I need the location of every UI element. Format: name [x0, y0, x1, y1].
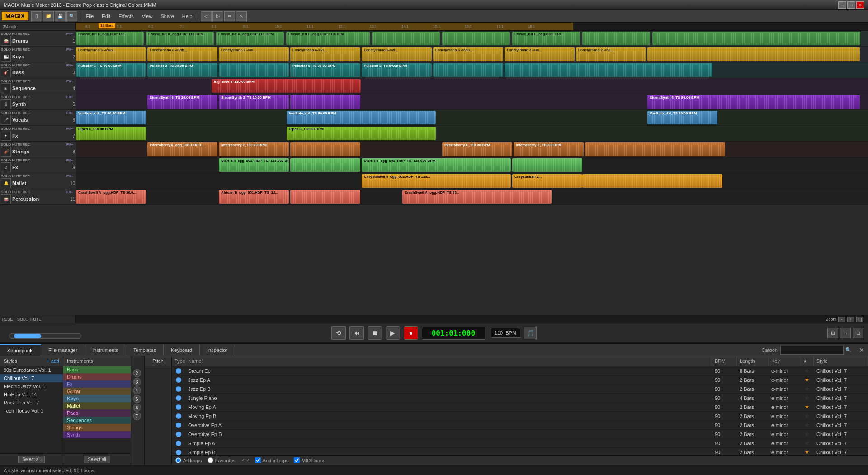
check-midi-loops[interactable]	[294, 457, 300, 463]
clip-bass-1[interactable]: Pulsator 6_TS 80.00 BPM	[76, 63, 146, 77]
style-item-6[interactable]: Tech House Vol. 1	[0, 407, 63, 415]
toolbar-pencil[interactable]: ✏	[224, 11, 235, 21]
loop-fav-10[interactable]: ★	[800, 448, 814, 455]
instrument-bass[interactable]: Bass	[63, 366, 131, 373]
clip-synth-1[interactable]: ShamiSynth 6_TS 10.00 BPM	[147, 95, 217, 109]
instrument-sequences[interactable]: Sequences	[63, 417, 131, 424]
clip-keys-5[interactable]: LonelyPiano 6->Vi...	[362, 48, 432, 61]
clip-drums-9[interactable]	[652, 32, 860, 45]
style-item-5[interactable]: Rock Pop Vol. 7	[0, 399, 63, 407]
clip-keys-9[interactable]	[647, 48, 860, 61]
loop-fav-9[interactable]: ☆	[800, 439, 814, 447]
clip-mallet-2[interactable]: ChrystalBell 2...	[512, 174, 582, 188]
clip-seq-1[interactable]: Big_Side 6_110.00 BPM	[212, 79, 361, 93]
tab-keyboard[interactable]: Keyboard	[164, 345, 200, 356]
style-item-3[interactable]: Electric Jazz Vol. 1	[0, 382, 63, 390]
track-solo-drums[interactable]: SOLO	[1, 32, 11, 36]
toolbar-btn-3[interactable]: 💾	[55, 11, 66, 21]
tab-soundpools[interactable]: Soundpools	[0, 344, 41, 356]
tab-inspector[interactable]: Inspector	[200, 345, 235, 356]
toolbar-btn-1[interactable]: ▯	[31, 11, 42, 21]
transport-stop-btn[interactable]: ⏹	[368, 326, 382, 340]
clip-keys-3[interactable]: LonelyPiano 2 ->Vi...	[219, 48, 289, 61]
col-key[interactable]: Key	[769, 356, 800, 366]
col-length[interactable]: Length	[737, 356, 769, 366]
instrument-drums[interactable]: Drums	[63, 373, 131, 380]
loop-row-jazz-ep-b[interactable]: Jazz Ep B 90 2 Bars e-minor ☆ Chillout V…	[172, 385, 868, 394]
clip-drums-8[interactable]	[582, 32, 650, 45]
clip-fx9-2[interactable]	[290, 158, 360, 172]
clip-keys-6[interactable]: LonelyPiano 6 ->Vib...	[433, 48, 503, 61]
col-fav[interactable]: ★	[800, 356, 814, 366]
track-content-column[interactable]: Frickle_Kit C_ogg.HDP 110... Frickle_Kit…	[76, 31, 868, 315]
transport-record-btn[interactable]: ●	[404, 326, 418, 340]
track-content-perc[interactable]: CrashSwell A_ogg.HDP_TS 80.0... African …	[76, 189, 868, 205]
track-content-bass[interactable]: Pulsator 6_TS 80.00 BPM Pulsator 2_TS 80…	[76, 62, 868, 78]
menu-view[interactable]: View	[138, 12, 156, 21]
filter-all-loops[interactable]: All loops	[175, 457, 202, 463]
loop-fav-3[interactable]: ☆	[800, 385, 814, 393]
track-scrollbar[interactable]: RESET SOLO HUTE Zoom - + ◫	[0, 315, 868, 323]
instrument-fx[interactable]: Fx	[63, 380, 131, 388]
track-content-strings[interactable]: Interroberry 6_ogg_001.HDP 1... Interrob…	[76, 142, 868, 157]
loop-fav-2[interactable]: ★	[800, 376, 814, 384]
clip-perc-3[interactable]	[290, 190, 360, 204]
clip-strings-2[interactable]: Interroberry 2_110.00 BPM	[219, 142, 289, 156]
transport-loop-btn[interactable]: ⟲	[331, 326, 346, 340]
clip-fx7-2[interactable]: Pipes 6_110.00 BPM	[287, 127, 436, 140]
clip-drums-6[interactable]	[442, 32, 510, 45]
content-scrollbar[interactable]: Zoom - + ◫	[76, 316, 868, 323]
reset-label[interactable]: RESET	[2, 317, 15, 322]
loop-row-overdrive-ep-b[interactable]: Overdrive Ep B 90 2 Bars e-minor ☆ Chill…	[172, 430, 868, 439]
view-btn-1[interactable]: ⊞	[827, 328, 838, 338]
loop-fav-6[interactable]: ☆	[800, 412, 814, 420]
clip-drums-1[interactable]: Frickle_Kit C_ogg.HDP 110...	[76, 32, 144, 45]
clip-synth-3[interactable]	[290, 95, 360, 109]
instruments-select-all-btn[interactable]: Select all	[84, 456, 110, 463]
clip-strings-3[interactable]	[290, 142, 360, 156]
track-content-mallet[interactable]: ChrystalBell 8_ogg_002.HDP_TS 115... Chr…	[76, 173, 868, 189]
clip-keys-4[interactable]: LonelyPiano 6->Vi...	[290, 48, 360, 61]
toolbar-btn-2[interactable]: 📁	[43, 11, 54, 21]
clip-strings-5[interactable]: Interroberry 2_110.00 BPM	[514, 142, 584, 156]
instrument-synth[interactable]: Synth	[63, 431, 131, 438]
ruler-marks[interactable]: 16 Bars 4:1 5:1 6:1 7:1 8:1 9:1 10:1 11:…	[76, 23, 868, 30]
clip-vocals-2[interactable]: VocSolo_d 6_TS 80.00 BPM	[287, 111, 436, 124]
clip-bass-4[interactable]: Pulsator 6_TS 80.00 BPM	[290, 63, 360, 77]
track-content-seq[interactable]: Big_Side 6_110.00 BPM	[76, 78, 868, 94]
instrument-guitar[interactable]: Guitar	[63, 388, 131, 395]
loop-row-overdrive-ep-a[interactable]: Overdrive Ep A 90 2 Bars e-minor ☆ Chill…	[172, 421, 868, 430]
track-content-fx7[interactable]: Pipes 6_110.00 BPM Pipes 6_110.00 BPM	[76, 126, 868, 142]
styles-select-all-btn[interactable]: Select all	[18, 456, 45, 463]
clip-mallet-1[interactable]: ChrystalBell 8_ogg_002.HDP_TS 115...	[362, 174, 511, 188]
clip-fx9-4[interactable]	[512, 158, 582, 172]
clip-vocals-3[interactable]: VocSolo_d 6_TS 80.00 BPM	[647, 111, 717, 124]
clip-fx9-1[interactable]: Start_Fx_ogg_001_HDP_TS_115.000 BPM	[219, 158, 289, 172]
instrument-pads[interactable]: Pads	[63, 409, 131, 417]
radio-favorites[interactable]	[208, 457, 213, 463]
clip-bass-7[interactable]	[505, 63, 712, 77]
filter-midi-loops[interactable]: MIDI loops	[294, 457, 326, 463]
tracks-scroll-area[interactable]: SOLO HUTE REC FX+ 🥁 Drums	[0, 31, 868, 315]
col-type[interactable]: Type	[172, 356, 185, 366]
clip-strings-6[interactable]	[585, 142, 725, 156]
clip-bass-6[interactable]	[433, 63, 503, 77]
style-item-4[interactable]: HipHop Vol. 14	[0, 390, 63, 399]
loop-row-simple-ep-b[interactable]: Simple Ep B 90 2 Bars e-minor ★ Chillout…	[172, 448, 868, 455]
clip-fx7-1[interactable]: Pipes 6_110.00 BPM	[76, 127, 146, 140]
clip-keys-7[interactable]: LonelyPiano 2 ->Vi...	[505, 48, 575, 61]
loop-fav-7[interactable]: ☆	[800, 421, 814, 429]
clip-synth-4[interactable]: ShamiSynth 6_TS 80.00 BPM	[647, 95, 860, 109]
track-content-fx9[interactable]: Start_Fx_ogg_001_HDP_TS_115.000 BPM Star…	[76, 157, 868, 173]
check-audio-loops[interactable]	[255, 457, 261, 463]
loop-row-simple-ep-a[interactable]: Simple Ep A 90 2 Bars e-minor ☆ Chillout…	[172, 439, 868, 448]
tab-file-manager[interactable]: File manager	[41, 345, 85, 356]
instrument-keys[interactable]: Keys	[63, 395, 131, 402]
menu-help[interactable]: Help	[179, 12, 196, 21]
zoom-out-btn[interactable]: -	[838, 317, 845, 322]
clip-bass-3[interactable]	[219, 63, 289, 77]
track-content-vocals[interactable]: VocSolo_d 6_TS 80.00 BPM VocSolo_d 6_TS …	[76, 110, 868, 126]
clip-drums-4[interactable]: Frickle_Kit E_ogg.HDP 110 BPM	[286, 32, 370, 45]
clip-perc-1[interactable]: CrashSwell A_ogg.HDP_TS 80.0...	[76, 190, 146, 204]
styles-add-btn[interactable]: + add	[47, 358, 59, 364]
